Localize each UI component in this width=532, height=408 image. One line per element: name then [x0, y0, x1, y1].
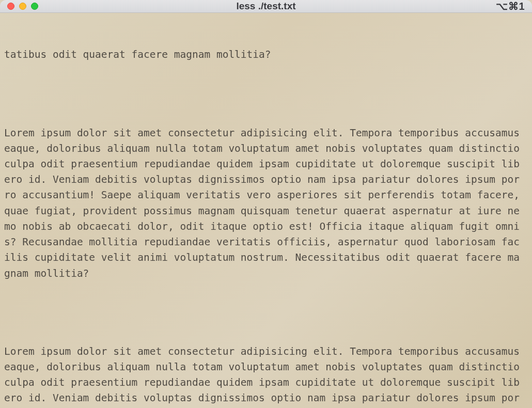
- traffic-lights: [7, 3, 38, 10]
- keyboard-shortcut: ⌥⌘1: [496, 0, 525, 12]
- terminal-window: less ./test.txt ⌥⌘1 tatibus odit quaerat…: [0, 0, 532, 408]
- zoom-button[interactable]: [31, 3, 38, 10]
- terminal-line: Lorem ipsum dolor sit amet consectetur a…: [4, 125, 520, 281]
- close-button[interactable]: [7, 3, 14, 10]
- minimize-button[interactable]: [19, 3, 26, 10]
- terminal-line: tatibus odit quaerat facere magnam molli…: [4, 47, 520, 62]
- titlebar: less ./test.txt ⌥⌘1: [0, 0, 532, 13]
- window-title: less ./test.txt: [236, 1, 295, 12]
- terminal-output[interactable]: tatibus odit quaerat facere magnam molli…: [0, 13, 524, 408]
- scrollbar-track[interactable]: [524, 13, 532, 408]
- terminal-line: Lorem ipsum dolor sit amet consectetur a…: [4, 344, 520, 408]
- content-wrapper: tatibus odit quaerat facere magnam molli…: [0, 13, 532, 408]
